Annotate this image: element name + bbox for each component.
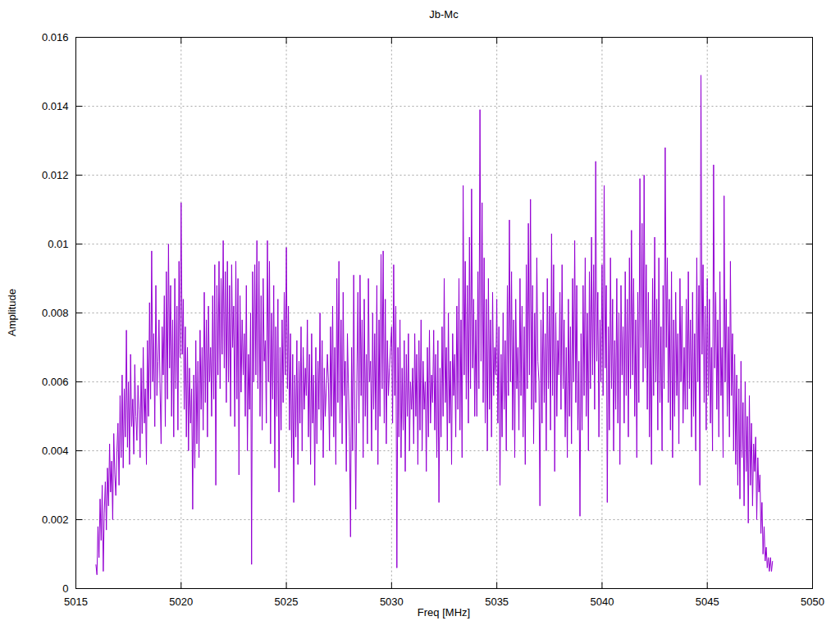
x-tick-label: 5025: [275, 596, 299, 608]
y-tick-label: 0.012: [42, 169, 69, 181]
y-tick-label: 0: [62, 582, 68, 595]
y-tick-label: 0.006: [42, 376, 69, 388]
plot-area: 5015502050255030503550405045505000.0020.…: [0, 0, 840, 630]
chart-figure: Jb-Mc Amplitude Freq [MHz] 5015502050255…: [0, 0, 840, 630]
data-series-path: [96, 75, 773, 575]
y-tick-label: 0.008: [42, 307, 69, 319]
x-tick-label: 5030: [380, 596, 404, 608]
x-tick-label: 5015: [64, 596, 88, 608]
x-tick-label: 5040: [590, 596, 614, 608]
y-tick-label: 0.002: [42, 514, 69, 526]
y-tick-label: 0.014: [42, 100, 69, 112]
x-tick-label: 5050: [801, 596, 824, 608]
x-tick-label: 5035: [485, 596, 509, 608]
x-tick-label: 5020: [169, 596, 193, 608]
x-tick-label: 5045: [696, 596, 719, 608]
y-tick-label: 0.01: [48, 238, 68, 250]
y-tick-label: 0.004: [42, 445, 69, 457]
y-tick-label: 0.016: [42, 31, 69, 43]
